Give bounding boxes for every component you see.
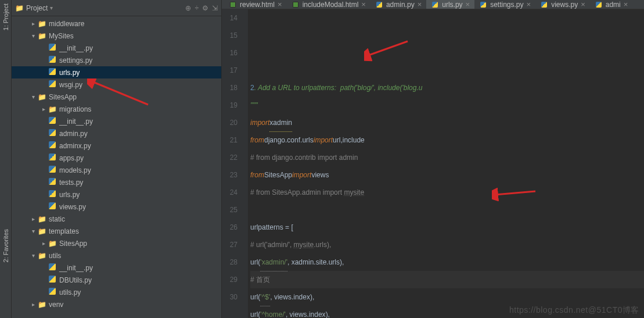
code-line[interactable]: urlpatterns = [: [250, 219, 644, 236]
code-line[interactable]: from django.conf.urls import url,include: [250, 131, 644, 149]
close-icon[interactable]: ×: [527, 0, 531, 9]
line-number: 28: [222, 253, 238, 271]
tree-row[interactable]: __init__.py: [12, 115, 221, 127]
tree-item-label: MySites: [49, 32, 74, 40]
template-folder-icon: 📁: [37, 227, 46, 235]
python-file-icon: [48, 202, 57, 211]
tree-arrow-icon[interactable]: ▾: [29, 33, 37, 39]
python-file-icon: [48, 68, 57, 77]
close-icon[interactable]: ×: [624, 0, 628, 9]
code-line[interactable]: 2. Add a URL to urlpatterns: path('blog/…: [250, 79, 644, 97]
gear-icon[interactable]: ⚙: [202, 4, 208, 12]
tree-row[interactable]: tests.py: [12, 176, 221, 188]
tree-item-label: urls.py: [59, 69, 80, 77]
tree-row[interactable]: models.py: [12, 164, 221, 176]
line-number: 26: [222, 219, 238, 236]
tree-row[interactable]: views.py: [12, 201, 221, 213]
tree-row[interactable]: adminx.py: [12, 140, 221, 152]
line-number: 19: [222, 97, 238, 114]
tree-row[interactable]: urls.py: [12, 66, 221, 78]
editor-tab[interactable]: urls.py×: [426, 0, 474, 9]
tree-row[interactable]: ▸📁middleware: [12, 17, 221, 30]
tree-row[interactable]: ▾📁templates: [12, 225, 221, 237]
close-icon[interactable]: ×: [466, 0, 470, 9]
editor-tab-label: urls.py: [442, 1, 462, 9]
tree-row[interactable]: ▾📁MySites: [12, 30, 221, 42]
line-number: 23: [222, 166, 238, 184]
editor-tab[interactable]: admin.py×: [370, 0, 426, 9]
tree-item-label: migrations: [59, 105, 91, 113]
close-icon[interactable]: ×: [278, 0, 282, 9]
folder-icon: 📁: [37, 32, 46, 40]
tree-row[interactable]: ▸📁static: [12, 213, 221, 225]
tree-arrow-icon[interactable]: ▸: [29, 20, 37, 27]
editor-tab[interactable]: views.py×: [535, 0, 590, 9]
side-tab-favorites[interactable]: 2: Favorites: [1, 226, 10, 266]
line-number: 30: [222, 288, 238, 306]
code-line[interactable]: # from django.contrib import admin: [250, 149, 644, 166]
code-editor[interactable]: 2. Add a URL to urlpatterns: path('blog/…: [248, 9, 644, 318]
project-title-label: Project: [26, 4, 48, 12]
close-icon[interactable]: ×: [581, 0, 585, 9]
code-line[interactable]: url('xadmin/', xadmin.site.urls),: [250, 253, 644, 271]
editor-tab-label: admi: [606, 1, 621, 9]
tree-item-label: __init__.py: [59, 117, 93, 126]
tree-item-label: __init__.py: [59, 264, 93, 272]
tree-arrow-icon[interactable]: ▾: [29, 252, 37, 259]
folder-icon: 📁: [48, 105, 57, 113]
code-line[interactable]: # url('admin/', mysite.urls),: [250, 236, 644, 253]
line-number: 18: [222, 79, 238, 97]
line-number: 15: [222, 27, 238, 44]
tree-arrow-icon[interactable]: ▸: [29, 301, 37, 308]
tree-arrow-icon[interactable]: ▾: [29, 94, 37, 100]
tree-row[interactable]: urls.py: [12, 188, 221, 201]
side-tab-project[interactable]: 1: Project: [1, 0, 10, 34]
tree-row[interactable]: DBUtils.py: [12, 274, 221, 286]
tree-row[interactable]: utils.py: [12, 286, 221, 298]
editor-tab[interactable]: includeModal.html×: [287, 0, 370, 9]
tree-row[interactable]: admin.py: [12, 127, 221, 140]
tree-item-label: static: [49, 215, 65, 223]
close-icon[interactable]: ×: [418, 0, 422, 9]
code-line[interactable]: from SitesApp import views: [250, 166, 644, 184]
python-file-icon: [479, 1, 487, 9]
tree-arrow-icon[interactable]: ▾: [29, 228, 37, 234]
code-line[interactable]: # 首页: [250, 271, 644, 288]
tree-row[interactable]: apps.py: [12, 152, 221, 164]
left-tool-strip: 1: Project 2: Favorites: [0, 0, 12, 318]
tree-item-label: utils: [49, 252, 61, 260]
tree-item-label: templates: [49, 227, 79, 235]
tree-row[interactable]: __init__.py: [12, 42, 221, 54]
scroll-from-source-icon[interactable]: ⊕: [185, 4, 191, 12]
python-file-icon: [48, 80, 57, 89]
tree-row[interactable]: ▾📁utils: [12, 249, 221, 262]
tree-arrow-icon[interactable]: ▸: [39, 106, 48, 112]
tree-arrow-icon[interactable]: ▸: [39, 240, 48, 246]
editor-tab[interactable]: review.html×: [224, 0, 287, 9]
tree-item-label: utils.py: [59, 288, 81, 296]
tree-row[interactable]: ▸📁venv: [12, 298, 221, 310]
tree-item-label: tests.py: [59, 178, 83, 187]
editor-tab[interactable]: admi×: [590, 0, 633, 9]
code-line[interactable]: url('^$', views.index),: [250, 288, 644, 306]
code-line[interactable]: # from SitesApp.admin import mysite: [250, 184, 644, 201]
code-line[interactable]: """: [250, 97, 644, 114]
project-tree[interactable]: ▸📁middleware▾📁MySites __init__.py settin…: [12, 16, 221, 318]
tree-row[interactable]: ▾📁SitesApp: [12, 91, 221, 103]
collapse-all-icon[interactable]: ÷: [195, 4, 199, 12]
code-line[interactable]: [250, 201, 644, 219]
svg-line-0: [367, 41, 408, 56]
tree-row[interactable]: ▸📁migrations: [12, 103, 221, 115]
python-file-icon: [48, 117, 57, 126]
line-number: 22: [222, 149, 238, 166]
tree-row[interactable]: wsgi.py: [12, 78, 221, 91]
close-icon[interactable]: ×: [361, 0, 366, 9]
code-line[interactable]: import xadmin: [250, 114, 644, 131]
tree-row[interactable]: ▸📁SitesApp: [12, 237, 221, 249]
editor-tab[interactable]: settings.py×: [474, 0, 535, 9]
tree-row[interactable]: settings.py: [12, 54, 221, 66]
tree-row[interactable]: __init__.py: [12, 262, 221, 274]
hide-icon[interactable]: ⇲: [212, 4, 218, 12]
tree-arrow-icon[interactable]: ▸: [29, 216, 37, 222]
dropdown-arrow-icon[interactable]: ▾: [50, 5, 53, 11]
